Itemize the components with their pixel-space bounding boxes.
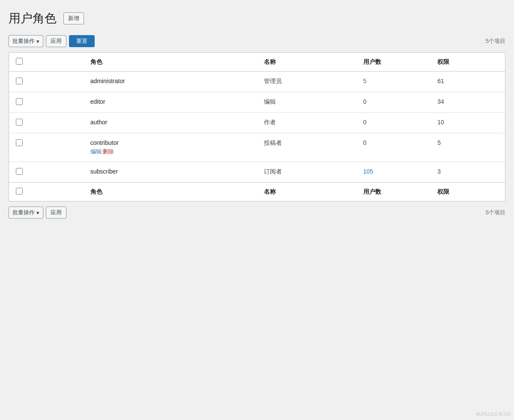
row-checkbox-administrator[interactable] <box>16 78 23 84</box>
edit-link-contributor[interactable]: 编辑 <box>90 148 102 156</box>
item-count-bottom: 5个项目 <box>486 209 505 216</box>
table-row: contributor编辑|删除投稿者05 <box>9 133 505 162</box>
row-perms-editor: 34 <box>430 92 505 113</box>
col-header-perms: 权限 <box>430 53 505 72</box>
dropdown-arrow-icon-bottom: ▾ <box>36 210 39 216</box>
row-checkbox-cell-administrator[interactable] <box>9 72 84 92</box>
role-name-administrator: administrator <box>90 78 250 84</box>
col-header-role: 角色 <box>84 53 257 72</box>
row-users-administrator[interactable]: 5 <box>356 72 431 92</box>
row-checkbox-editor[interactable] <box>16 98 23 105</box>
reset-button[interactable]: 重置 <box>69 35 95 47</box>
row-checkbox-subscriber[interactable] <box>16 168 23 175</box>
table-row: author作者010 <box>9 113 505 133</box>
row-users-subscriber[interactable]: 105 <box>356 162 431 183</box>
col-footer-name: 名称 <box>257 183 356 201</box>
row-display-name-contributor: 投稿者 <box>257 133 356 162</box>
table-row: administrator管理员561 <box>9 72 505 92</box>
row-role-editor: editor <box>84 92 257 113</box>
row-checkbox-cell-editor[interactable] <box>9 92 84 113</box>
table-header-row: 角色 名称 用户数 权限 <box>9 53 505 72</box>
delete-link-contributor[interactable]: 删除 <box>103 148 114 156</box>
row-checkbox-author[interactable] <box>16 119 23 126</box>
row-role-administrator: administrator <box>84 72 257 92</box>
table-footer-row: 角色 名称 用户数 权限 <box>9 183 505 201</box>
row-perms-contributor: 5 <box>430 133 505 162</box>
role-name-contributor: contributor <box>90 139 250 146</box>
bulk-action-select[interactable]: 批量操作 ▾ <box>9 35 43 47</box>
row-perms-author: 10 <box>430 113 505 133</box>
row-users-author: 0 <box>356 113 431 133</box>
role-name-editor: editor <box>90 98 250 105</box>
row-checkbox-cell-subscriber[interactable] <box>9 162 84 183</box>
users-link-administrator[interactable]: 5 <box>363 78 367 84</box>
apply-button-bottom[interactable]: 应用 <box>46 207 66 219</box>
select-all-checkbox[interactable] <box>16 58 23 65</box>
bulk-action-select-bottom[interactable]: 批量操作 ▾ <box>9 207 43 219</box>
row-perms-subscriber: 3 <box>430 162 505 183</box>
roles-table-wrap: 角色 名称 用户数 权限 administrator管理员561editor编辑… <box>9 52 505 201</box>
new-button[interactable]: 新增 <box>63 12 84 24</box>
col-header-users: 用户数 <box>356 53 431 72</box>
apply-button[interactable]: 应用 <box>46 35 66 47</box>
role-name-author: author <box>90 119 250 126</box>
row-users-contributor: 0 <box>356 133 431 162</box>
role-name-subscriber: subscriber <box>90 168 250 175</box>
row-checkbox-cell-author[interactable] <box>9 113 84 133</box>
row-display-name-author: 作者 <box>257 113 356 133</box>
row-checkbox-cell-contributor[interactable] <box>9 133 84 162</box>
row-actions-contributor: 编辑|删除 <box>90 148 250 156</box>
col-footer-role: 角色 <box>84 183 257 201</box>
row-role-contributor: contributor编辑|删除 <box>84 133 257 162</box>
select-all-footer[interactable] <box>9 183 84 201</box>
row-display-name-subscriber: 订阅者 <box>257 162 356 183</box>
table-row: editor编辑034 <box>9 92 505 113</box>
col-footer-perms: 权限 <box>430 183 505 201</box>
row-role-author: author <box>84 113 257 133</box>
row-perms-administrator: 61 <box>430 72 505 92</box>
roles-table: 角色 名称 用户数 权限 administrator管理员561editor编辑… <box>9 53 505 201</box>
select-all-header[interactable] <box>9 53 84 72</box>
row-role-subscriber: subscriber <box>84 162 257 183</box>
users-link-subscriber[interactable]: 105 <box>363 168 373 175</box>
table-row: subscriber订阅者1053 <box>9 162 505 183</box>
col-footer-users: 用户数 <box>356 183 431 201</box>
page-title: 用户角色 <box>9 10 57 27</box>
bulk-action-label: 批量操作 <box>12 37 35 45</box>
col-header-name: 名称 <box>257 53 356 72</box>
bulk-action-label-bottom: 批量操作 <box>12 209 35 216</box>
select-all-footer-checkbox[interactable] <box>16 188 23 195</box>
row-display-name-editor: 编辑 <box>257 92 356 113</box>
item-count-top: 5个项目 <box>486 37 505 45</box>
row-display-name-administrator: 管理员 <box>257 72 356 92</box>
dropdown-arrow-icon: ▾ <box>36 38 39 45</box>
row-checkbox-contributor[interactable] <box>16 139 23 146</box>
row-users-editor: 0 <box>356 92 431 113</box>
